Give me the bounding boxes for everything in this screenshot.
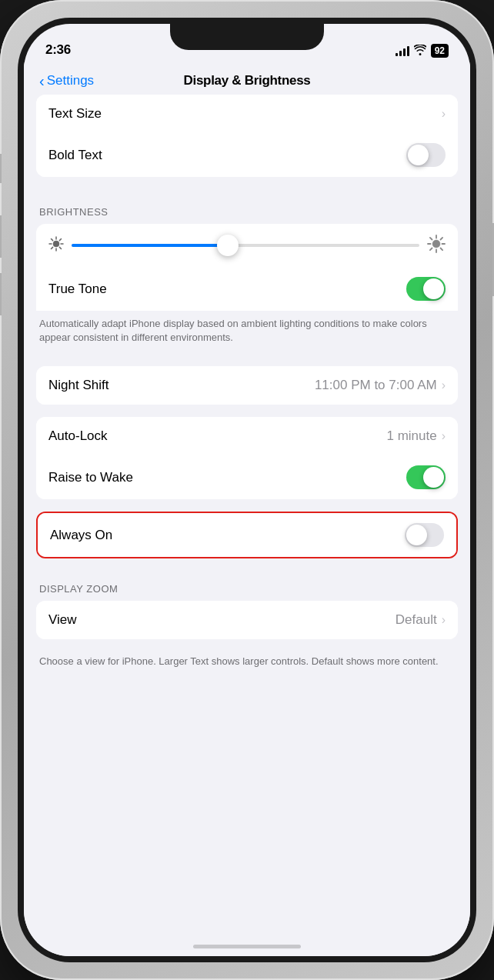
always-on-card: Always On [36, 512, 458, 558]
chevron-right-icon: › [442, 107, 446, 121]
signal-icon [396, 45, 409, 56]
toggle-thumb [423, 467, 444, 488]
night-shift-label: Night Shift [48, 378, 108, 393]
bold-text-section: Bold Text [36, 133, 458, 177]
volume-down-button[interactable] [0, 273, 2, 315]
status-icons: 92 [396, 44, 449, 58]
slider-thumb[interactable] [217, 235, 239, 256]
true-tone-label: True Tone [48, 282, 107, 297]
chevron-right-icon: › [442, 613, 446, 627]
night-shift-card: Night Shift 11:00 PM to 7:00 AM › [36, 366, 458, 405]
svg-line-7 [52, 247, 53, 248]
autolock-section: Auto-Lock 1 minute › Raise to Wake [36, 417, 458, 499]
svg-line-6 [59, 247, 61, 248]
auto-lock-time: 1 minute [386, 428, 436, 444]
bold-text-row: Bold Text [36, 133, 458, 177]
bold-text-label: Bold Text [48, 148, 102, 163]
svg-line-15 [441, 248, 443, 251]
svg-line-16 [430, 248, 432, 251]
brightness-slider[interactable] [72, 244, 419, 247]
svg-point-9 [432, 240, 440, 248]
raise-to-wake-row: Raise to Wake [36, 455, 458, 499]
true-tone-description: Automatically adapt iPhone display based… [24, 314, 470, 354]
back-chevron-icon: ‹ [39, 73, 45, 88]
text-size-label: Text Size [48, 106, 102, 122]
night-shift-value: 11:00 PM to 7:00 AM › [315, 378, 446, 393]
toggle-thumb [406, 525, 427, 545]
night-shift-row[interactable]: Night Shift 11:00 PM to 7:00 AM › [36, 366, 458, 405]
toggle-thumb [423, 278, 444, 299]
phone-frame: 2:36 [0, 0, 494, 980]
svg-point-0 [53, 241, 59, 247]
screen: 2:36 [24, 24, 470, 956]
bold-text-toggle[interactable] [406, 143, 446, 167]
always-on-row: Always On [38, 513, 456, 557]
raise-to-wake-toggle[interactable] [406, 465, 446, 489]
brightness-section: True Tone [36, 224, 458, 311]
svg-line-17 [441, 238, 443, 240]
home-indicator[interactable] [193, 945, 301, 948]
nav-header: ‹ Settings Display & Brightness [24, 62, 470, 95]
brightness-label: BRIGHTNESS [24, 194, 470, 224]
view-current: Default [396, 612, 437, 628]
phone-inner: 2:36 [18, 18, 476, 962]
status-time: 2:36 [45, 42, 71, 58]
auto-lock-label: Auto-Lock [48, 428, 108, 444]
slider-fill [72, 244, 228, 247]
volume-up-button[interactable] [0, 215, 2, 258]
night-shift-time: 11:00 PM to 7:00 AM [315, 378, 437, 393]
brightness-high-icon [427, 235, 446, 256]
silent-switch[interactable] [0, 154, 2, 183]
auto-lock-row[interactable]: Auto-Lock 1 minute › [36, 417, 458, 455]
true-tone-row: True Tone [36, 267, 458, 311]
svg-line-5 [52, 239, 53, 241]
chevron-right-icon: › [442, 429, 446, 443]
brightness-slider-row [36, 224, 458, 267]
brightness-low-icon [48, 236, 64, 255]
text-size-row[interactable]: Text Size › [36, 95, 458, 133]
always-on-toggle[interactable] [405, 523, 444, 547]
svg-line-14 [430, 238, 432, 240]
text-size-section: Text Size › [36, 95, 458, 133]
view-row[interactable]: View Default › [36, 601, 458, 639]
chevron-right-icon: › [442, 378, 446, 392]
notch [170, 24, 324, 50]
text-size-value: › [442, 107, 446, 121]
display-zoom-description: Choose a view for iPhone. Larger Text sh… [24, 652, 470, 678]
page-title: Display & Brightness [184, 73, 311, 88]
auto-lock-value: 1 minute › [386, 428, 446, 444]
battery-icon: 92 [431, 44, 449, 58]
toggle-thumb [408, 145, 429, 165]
raise-to-wake-label: Raise to Wake [48, 470, 133, 485]
always-on-label: Always On [50, 528, 112, 543]
back-label: Settings [47, 73, 94, 88]
display-zoom-card: View Default › [36, 601, 458, 639]
content-area: ‹ Settings Display & Brightness Text Siz… [24, 62, 470, 956]
true-tone-toggle[interactable] [406, 277, 446, 301]
wifi-icon [414, 45, 426, 58]
view-value: Default › [396, 612, 446, 628]
view-label: View [48, 612, 77, 628]
back-button[interactable]: ‹ Settings [39, 73, 94, 88]
svg-line-8 [59, 239, 61, 241]
display-zoom-label: DISPLAY ZOOM [24, 571, 470, 601]
